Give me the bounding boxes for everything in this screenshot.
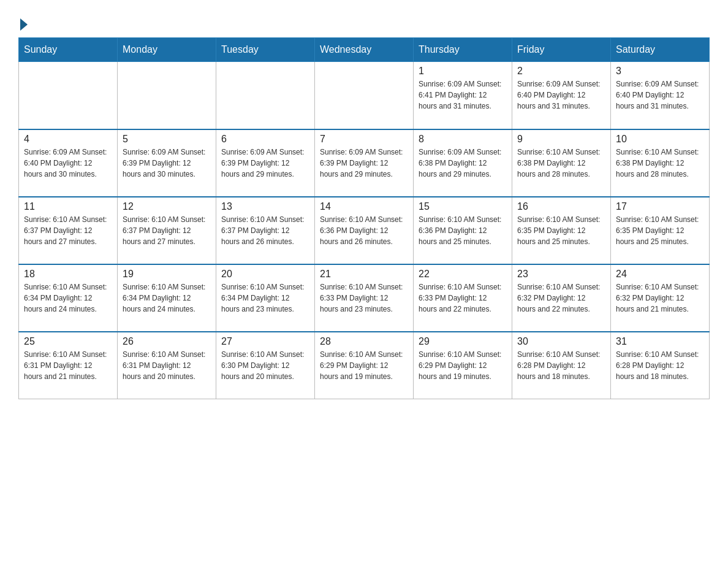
day-info: Sunrise: 6:09 AM Sunset: 6:41 PM Dayligh… [419,79,507,112]
day-number: 18 [24,269,112,280]
day-info: Sunrise: 6:10 AM Sunset: 6:35 PM Dayligh… [517,214,605,247]
day-number: 5 [123,134,211,145]
day-info: Sunrise: 6:10 AM Sunset: 6:28 PM Dayligh… [616,349,704,382]
calendar-cell: 19Sunrise: 6:10 AM Sunset: 6:34 PM Dayli… [118,264,216,332]
calendar-cell: 18Sunrise: 6:10 AM Sunset: 6:34 PM Dayli… [19,264,118,332]
day-number: 24 [616,269,704,280]
day-number: 21 [320,269,408,280]
calendar-cell: 15Sunrise: 6:10 AM Sunset: 6:36 PM Dayli… [414,197,512,264]
calendar-cell: 2Sunrise: 6:09 AM Sunset: 6:40 PM Daylig… [512,62,611,129]
logo [18,12,28,31]
calendar-cell: 20Sunrise: 6:10 AM Sunset: 6:34 PM Dayli… [216,264,315,332]
week-row-1: 1Sunrise: 6:09 AM Sunset: 6:41 PM Daylig… [19,62,710,129]
calendar-cell: 1Sunrise: 6:09 AM Sunset: 6:41 PM Daylig… [414,62,512,129]
day-number: 6 [221,134,309,145]
calendar-cell: 25Sunrise: 6:10 AM Sunset: 6:31 PM Dayli… [19,332,118,399]
column-header-wednesday: Wednesday [315,38,414,62]
calendar-cell [216,62,315,129]
logo-arrow-icon [20,18,28,31]
day-number: 22 [419,269,507,280]
day-number: 1 [419,66,507,77]
day-number: 15 [419,201,507,212]
calendar-cell: 8Sunrise: 6:09 AM Sunset: 6:38 PM Daylig… [414,129,512,197]
day-info: Sunrise: 6:10 AM Sunset: 6:32 PM Dayligh… [517,282,605,315]
day-number: 27 [221,336,309,347]
day-info: Sunrise: 6:10 AM Sunset: 6:33 PM Dayligh… [320,282,408,315]
day-info: Sunrise: 6:10 AM Sunset: 6:29 PM Dayligh… [320,349,408,382]
day-info: Sunrise: 6:10 AM Sunset: 6:28 PM Dayligh… [517,349,605,382]
week-row-5: 25Sunrise: 6:10 AM Sunset: 6:31 PM Dayli… [19,332,710,399]
calendar-cell: 10Sunrise: 6:10 AM Sunset: 6:38 PM Dayli… [611,129,710,197]
day-number: 20 [221,269,309,280]
day-info: Sunrise: 6:10 AM Sunset: 6:32 PM Dayligh… [616,282,704,315]
calendar-header-row: SundayMondayTuesdayWednesdayThursdayFrid… [19,38,710,62]
day-info: Sunrise: 6:10 AM Sunset: 6:34 PM Dayligh… [221,282,309,315]
calendar-table: SundayMondayTuesdayWednesdayThursdayFrid… [18,37,710,399]
column-header-tuesday: Tuesday [216,38,315,62]
column-header-friday: Friday [512,38,611,62]
calendar-cell: 22Sunrise: 6:10 AM Sunset: 6:33 PM Dayli… [414,264,512,332]
day-number: 13 [221,201,309,212]
day-info: Sunrise: 6:10 AM Sunset: 6:36 PM Dayligh… [419,214,507,247]
day-info: Sunrise: 6:10 AM Sunset: 6:37 PM Dayligh… [123,214,211,247]
calendar-cell: 7Sunrise: 6:09 AM Sunset: 6:39 PM Daylig… [315,129,414,197]
calendar-cell: 5Sunrise: 6:09 AM Sunset: 6:39 PM Daylig… [118,129,216,197]
day-info: Sunrise: 6:10 AM Sunset: 6:29 PM Dayligh… [419,349,507,382]
calendar-cell: 31Sunrise: 6:10 AM Sunset: 6:28 PM Dayli… [611,332,710,399]
day-number: 19 [123,269,211,280]
column-header-saturday: Saturday [611,38,710,62]
calendar-cell: 9Sunrise: 6:10 AM Sunset: 6:38 PM Daylig… [512,129,611,197]
day-info: Sunrise: 6:09 AM Sunset: 6:40 PM Dayligh… [24,147,112,180]
day-info: Sunrise: 6:09 AM Sunset: 6:39 PM Dayligh… [320,147,408,180]
day-number: 14 [320,201,408,212]
column-header-monday: Monday [118,38,216,62]
day-info: Sunrise: 6:10 AM Sunset: 6:31 PM Dayligh… [123,349,211,382]
calendar-cell [118,62,216,129]
day-info: Sunrise: 6:10 AM Sunset: 6:37 PM Dayligh… [24,214,112,247]
day-number: 4 [24,134,112,145]
day-info: Sunrise: 6:10 AM Sunset: 6:31 PM Dayligh… [24,349,112,382]
calendar-cell: 21Sunrise: 6:10 AM Sunset: 6:33 PM Dayli… [315,264,414,332]
day-number: 2 [517,66,605,77]
calendar-cell: 17Sunrise: 6:10 AM Sunset: 6:35 PM Dayli… [611,197,710,264]
column-header-sunday: Sunday [19,38,118,62]
day-info: Sunrise: 6:10 AM Sunset: 6:37 PM Dayligh… [221,214,309,247]
calendar-cell: 26Sunrise: 6:10 AM Sunset: 6:31 PM Dayli… [118,332,216,399]
day-number: 30 [517,336,605,347]
day-info: Sunrise: 6:09 AM Sunset: 6:40 PM Dayligh… [616,79,704,112]
calendar-cell: 29Sunrise: 6:10 AM Sunset: 6:29 PM Dayli… [414,332,512,399]
day-number: 31 [616,336,704,347]
week-row-2: 4Sunrise: 6:09 AM Sunset: 6:40 PM Daylig… [19,129,710,197]
column-header-thursday: Thursday [414,38,512,62]
day-info: Sunrise: 6:10 AM Sunset: 6:38 PM Dayligh… [616,147,704,180]
day-number: 26 [123,336,211,347]
calendar-cell: 14Sunrise: 6:10 AM Sunset: 6:36 PM Dayli… [315,197,414,264]
calendar-cell: 30Sunrise: 6:10 AM Sunset: 6:28 PM Dayli… [512,332,611,399]
day-number: 8 [419,134,507,145]
day-info: Sunrise: 6:09 AM Sunset: 6:39 PM Dayligh… [123,147,211,180]
day-number: 16 [517,201,605,212]
week-row-3: 11Sunrise: 6:10 AM Sunset: 6:37 PM Dayli… [19,197,710,264]
day-info: Sunrise: 6:09 AM Sunset: 6:40 PM Dayligh… [517,79,605,112]
day-number: 7 [320,134,408,145]
day-number: 11 [24,201,112,212]
day-number: 10 [616,134,704,145]
calendar-cell: 3Sunrise: 6:09 AM Sunset: 6:40 PM Daylig… [611,62,710,129]
calendar-cell: 13Sunrise: 6:10 AM Sunset: 6:37 PM Dayli… [216,197,315,264]
day-number: 3 [616,66,704,77]
calendar-cell: 12Sunrise: 6:10 AM Sunset: 6:37 PM Dayli… [118,197,216,264]
calendar-cell: 4Sunrise: 6:09 AM Sunset: 6:40 PM Daylig… [19,129,118,197]
day-info: Sunrise: 6:09 AM Sunset: 6:39 PM Dayligh… [221,147,309,180]
day-info: Sunrise: 6:10 AM Sunset: 6:33 PM Dayligh… [419,282,507,315]
day-info: Sunrise: 6:10 AM Sunset: 6:30 PM Dayligh… [221,349,309,382]
day-number: 28 [320,336,408,347]
day-info: Sunrise: 6:10 AM Sunset: 6:34 PM Dayligh… [24,282,112,315]
day-number: 23 [517,269,605,280]
calendar-cell: 24Sunrise: 6:10 AM Sunset: 6:32 PM Dayli… [611,264,710,332]
day-number: 17 [616,201,704,212]
calendar-cell: 6Sunrise: 6:09 AM Sunset: 6:39 PM Daylig… [216,129,315,197]
day-info: Sunrise: 6:10 AM Sunset: 6:35 PM Dayligh… [616,214,704,247]
day-number: 25 [24,336,112,347]
calendar-cell: 28Sunrise: 6:10 AM Sunset: 6:29 PM Dayli… [315,332,414,399]
calendar-cell: 27Sunrise: 6:10 AM Sunset: 6:30 PM Dayli… [216,332,315,399]
